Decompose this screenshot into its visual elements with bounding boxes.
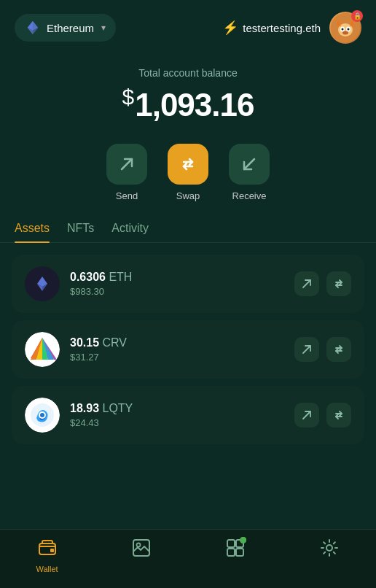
lqty-amount: 18.93 LQTY — [70, 402, 284, 415]
swap-label: Swap — [176, 190, 200, 201]
balance-label: Total account balance — [15, 67, 361, 79]
send-icon — [106, 144, 147, 185]
receive-button[interactable]: Receive — [229, 144, 270, 201]
svg-point-33 — [40, 413, 44, 417]
svg-point-11 — [348, 28, 350, 31]
avatar-container[interactable]: 🔒 — [329, 12, 361, 44]
action-buttons: Send Swap Receive — [0, 144, 376, 222]
tab-activity[interactable]: Activity — [111, 222, 149, 242]
send-label: Send — [116, 190, 138, 201]
svg-marker-3 — [28, 21, 33, 31]
ens-section: ⚡ testertesting.eth — [222, 20, 321, 36]
lqty-usd: $24.43 — [70, 417, 284, 428]
nav-gallery[interactable] — [94, 538, 188, 573]
send-button[interactable]: Send — [106, 144, 147, 201]
wallet-nav-label: Wallet — [36, 565, 58, 573]
wallet-icon — [38, 538, 57, 562]
crv-logo — [25, 332, 60, 367]
eth-send-button[interactable] — [294, 271, 319, 296]
network-name: Ethereum — [47, 22, 94, 34]
crv-swap-button[interactable] — [326, 337, 351, 362]
balance-amount: $1,093.16 — [15, 85, 361, 123]
crv-send-button[interactable] — [294, 337, 319, 362]
currency-symbol: $ — [122, 85, 134, 109]
svg-rect-41 — [236, 549, 243, 556]
svg-rect-40 — [227, 549, 235, 556]
ens-name: testertesting.eth — [243, 22, 321, 34]
crv-actions — [294, 337, 351, 362]
avatar-lock-icon: 🔒 — [351, 10, 363, 22]
bolt-icon: ⚡ — [222, 20, 238, 36]
tabs: Assets NFTs Activity — [0, 222, 376, 243]
lqty-logo — [25, 398, 60, 433]
gallery-icon — [132, 538, 151, 562]
balance-section: Total account balance $1,093.16 — [0, 53, 376, 144]
asset-info-crv: 30.15 CRV $31.27 — [70, 336, 284, 363]
eth-amount: 0.6306 ETH — [70, 271, 284, 284]
eth-swap-button[interactable] — [326, 271, 351, 296]
asset-item-eth: 0.6306 ETH $983.30 — [12, 255, 364, 313]
lqty-send-button[interactable] — [294, 403, 319, 428]
crv-usd: $31.27 — [70, 352, 284, 363]
receive-icon — [229, 144, 270, 185]
svg-rect-38 — [227, 540, 235, 547]
nav-apps[interactable] — [188, 538, 282, 573]
nav-wallet[interactable]: Wallet — [0, 538, 94, 573]
receive-label: Receive — [232, 190, 267, 201]
eth-usd: $983.30 — [70, 286, 284, 297]
swap-button[interactable]: Swap — [168, 144, 208, 201]
lqty-swap-button[interactable] — [326, 403, 351, 428]
balance-value: 1,093.16 — [135, 87, 254, 123]
svg-point-42 — [326, 545, 332, 551]
apps-icon — [226, 538, 245, 562]
svg-rect-36 — [133, 540, 149, 556]
svg-rect-35 — [50, 549, 54, 552]
header-right: ⚡ testertesting.eth 🔒 — [222, 12, 361, 44]
network-selector[interactable]: Ethereum ▾ — [15, 14, 116, 42]
svg-point-12 — [342, 31, 348, 35]
swap-icon — [168, 144, 208, 185]
lqty-actions — [294, 403, 351, 428]
chevron-down-icon: ▾ — [101, 23, 106, 33]
header: Ethereum ▾ ⚡ testertesting.eth — [0, 0, 376, 53]
asset-list: 0.6306 ETH $983.30 — [0, 255, 376, 444]
apps-notification-dot — [240, 537, 246, 543]
tab-assets[interactable]: Assets — [15, 222, 50, 242]
tab-nfts[interactable]: NFTs — [67, 222, 94, 242]
asset-item-crv: 30.15 CRV $31.27 — [12, 320, 364, 379]
asset-info-eth: 0.6306 ETH $983.30 — [70, 271, 284, 297]
eth-logo — [25, 266, 60, 301]
crv-amount: 30.15 CRV — [70, 336, 284, 349]
asset-info-lqty: 18.93 LQTY $24.43 — [70, 402, 284, 428]
ethereum-icon — [25, 20, 41, 36]
bottom-nav: Wallet — [0, 529, 376, 588]
svg-point-37 — [136, 543, 140, 547]
settings-icon — [320, 538, 339, 562]
asset-item-lqty: 18.93 LQTY $24.43 — [12, 386, 364, 444]
svg-point-10 — [342, 28, 344, 31]
nav-settings[interactable] — [282, 538, 376, 573]
eth-actions — [294, 271, 351, 296]
